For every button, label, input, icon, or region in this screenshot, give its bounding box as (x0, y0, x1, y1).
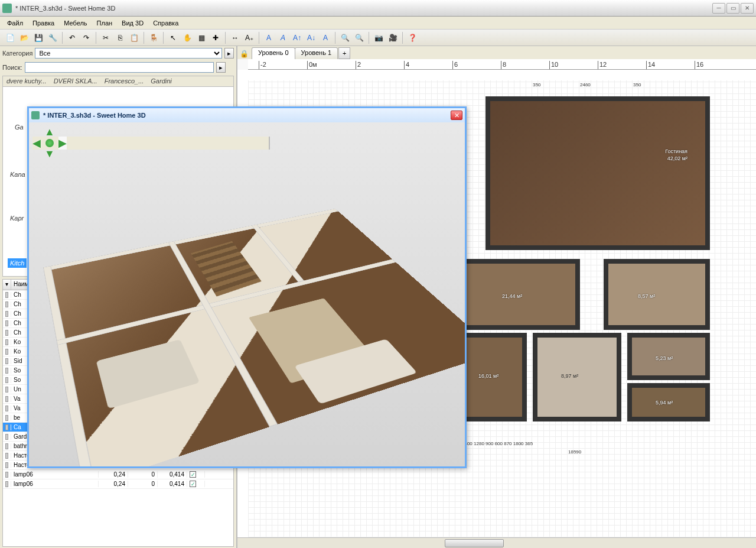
table-row[interactable]: lamp060,2400,414✓ (3, 470, 233, 479)
horizontal-ruler: -20м246810121416 (248, 59, 756, 70)
cut-icon[interactable]: ✂ (99, 31, 112, 44)
category-expand-icon[interactable]: ▸ (224, 48, 234, 59)
open-icon[interactable]: 📂 (18, 31, 31, 44)
paste-icon[interactable]: 📋 (128, 31, 141, 44)
menu-plan[interactable]: План (92, 18, 118, 28)
catalog-item[interactable]: Ga (12, 122, 26, 132)
menu-3dview[interactable]: Вид 3D (117, 18, 148, 28)
catalog-tab[interactable]: Francesco_... (101, 76, 148, 86)
category-label: Категория (2, 50, 32, 57)
italic-icon[interactable]: A (276, 31, 289, 44)
create-rooms-icon[interactable]: ✚ (209, 31, 222, 44)
item-icon (5, 462, 8, 468)
ruler-tick: 8 (501, 61, 506, 69)
item-icon (5, 330, 8, 336)
item-icon (5, 481, 8, 487)
search-input[interactable] (25, 62, 214, 73)
create-video-icon[interactable]: 🎥 (386, 31, 399, 44)
3d-window-titlebar[interactable]: * INTER_3.sh3d - Sweet Home 3D ✕ (29, 108, 465, 122)
room[interactable]: 16,01 м² (462, 333, 527, 421)
menu-help[interactable]: Справка (148, 18, 183, 28)
ruler-tick: 6 (452, 61, 458, 69)
item-icon (5, 292, 8, 298)
create-photo-icon[interactable]: 📷 (372, 31, 385, 44)
catalog-item[interactable]: Kitch (8, 258, 27, 268)
menu-furniture[interactable]: Мебель (59, 18, 92, 28)
zoom-in-icon[interactable]: 🔍 (338, 31, 351, 44)
save-icon[interactable]: 💾 (32, 31, 45, 44)
item-icon (5, 396, 8, 402)
item-icon (5, 406, 8, 411)
add-level-button[interactable]: + (338, 47, 350, 59)
help-icon[interactable]: ❓ (406, 31, 419, 44)
3d-viewport[interactable]: ▲ ▼ ◀ ▶ (29, 122, 465, 466)
menu-file[interactable]: Файл (2, 18, 28, 28)
level-tab-1[interactable]: Уровень 1 (295, 47, 338, 59)
lock-icon[interactable]: 🔒 (240, 50, 249, 59)
create-dimensions-icon[interactable]: ↔ (229, 31, 242, 44)
ruler-tick: -2 (259, 61, 266, 69)
bold-icon[interactable]: A (262, 31, 275, 44)
text-color-icon[interactable]: A (319, 31, 332, 44)
ruler-tick: 12 (598, 61, 607, 69)
preferences-icon[interactable]: 🔧 (46, 31, 59, 44)
category-select[interactable]: Все (35, 48, 222, 59)
catalog-item[interactable]: Kapr (8, 213, 26, 223)
menu-edit[interactable]: Правка (28, 18, 59, 28)
ruler-tick: 0м (307, 61, 317, 69)
room[interactable]: 5,94 м² (627, 383, 710, 421)
menubar: Файл Правка Мебель План Вид 3D Справка (0, 17, 756, 30)
room[interactable]: 5,23 м² (627, 333, 710, 380)
3d-view-window[interactable]: * INTER_3.sh3d - Sweet Home 3D ✕ ▲ ▼ ◀ ▶ (27, 106, 467, 468)
ruler-tick: 2 (356, 61, 361, 69)
create-walls-icon[interactable]: ▦ (195, 31, 208, 44)
create-text-icon[interactable]: A₊ (243, 31, 256, 44)
undo-icon[interactable]: ↶ (66, 31, 79, 44)
3d-window-close-button[interactable]: ✕ (451, 111, 462, 120)
item-icon (5, 311, 8, 317)
visibility-checkbox[interactable]: ✓ (190, 471, 196, 478)
item-icon (5, 472, 8, 478)
toolbar: 📄 📂 💾 🔧 ↶ ↷ ✂ ⎘ 📋 🪑 ↖ ✋ ▦ ✚ ↔ A₊ A A A↑ … (0, 30, 756, 46)
item-icon (5, 415, 8, 421)
pan-icon[interactable]: ✋ (181, 31, 194, 44)
room[interactable]: 8,97 м² (533, 333, 621, 421)
search-label: Поиск: (2, 64, 22, 71)
item-icon (5, 387, 8, 393)
item-icon (5, 443, 8, 449)
item-icon (5, 301, 8, 307)
level-tab-0[interactable]: Уровень 0 (252, 47, 295, 59)
item-icon (5, 368, 8, 374)
copy-icon[interactable]: ⎘ (113, 31, 126, 44)
room[interactable]: 8,57 м² (604, 259, 710, 330)
app-icon (31, 111, 40, 119)
visibility-checkbox[interactable]: ✓ (190, 481, 196, 487)
window-titlebar: * INTER_3.sh3d - Sweet Home 3D ─ ▭ ✕ (0, 0, 756, 17)
room[interactable]: 21,44 м² (462, 259, 580, 330)
ruler-tick: 16 (695, 61, 703, 69)
item-icon (5, 434, 8, 440)
maximize-button[interactable]: ▭ (726, 3, 739, 14)
add-furniture-icon[interactable]: 🪑 (147, 31, 160, 44)
catalog-tab[interactable]: Gardini (147, 76, 175, 86)
decrease-text-icon[interactable]: A↓ (305, 31, 318, 44)
item-icon (5, 349, 8, 355)
select-icon[interactable]: ↖ (167, 31, 180, 44)
close-button[interactable]: ✕ (741, 3, 754, 14)
increase-text-icon[interactable]: A↑ (291, 31, 304, 44)
scrollbar-thumb[interactable] (445, 539, 504, 547)
catalog-item[interactable]: Kana (8, 170, 28, 179)
catalog-tab[interactable]: DVERI SKLA... (50, 76, 101, 86)
minimize-button[interactable]: ─ (712, 3, 725, 14)
new-icon[interactable]: 📄 (4, 31, 17, 44)
horizontal-scrollbar[interactable] (237, 537, 756, 548)
room-living[interactable]: Гостиная 42,02 м² (485, 96, 710, 250)
redo-icon[interactable]: ↷ (80, 31, 93, 44)
ruler-tick: 4 (404, 61, 409, 69)
table-row[interactable]: lamp060,2400,414✓ (3, 479, 233, 489)
item-icon (5, 377, 8, 383)
zoom-out-icon[interactable]: 🔍 (353, 31, 366, 44)
item-icon (5, 320, 8, 326)
catalog-tab[interactable]: dvere kuchy... (3, 76, 50, 86)
search-clear-icon[interactable]: ▸ (216, 62, 226, 73)
